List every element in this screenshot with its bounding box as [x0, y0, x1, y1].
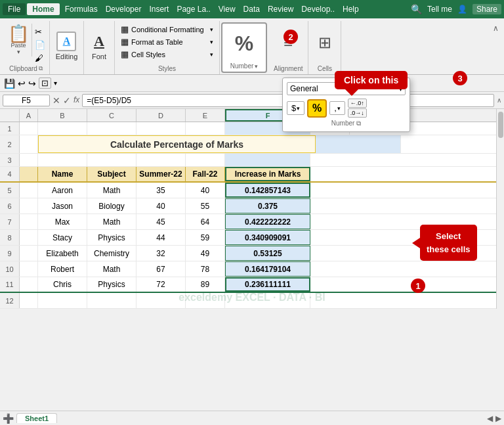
row-num-12[interactable]: 12 — [0, 293, 20, 308]
row-num-11[interactable]: 11 — [0, 277, 20, 292]
cell-a4[interactable] — [20, 167, 38, 181]
cell-a9[interactable] — [20, 246, 38, 261]
sheet-nav-prev[interactable]: ◀ — [487, 414, 493, 423]
menu-item-developer2[interactable]: Develop.. — [297, 3, 339, 15]
cell-a6[interactable] — [20, 198, 38, 213]
number-group[interactable]: % Number ▾ — [221, 22, 267, 73]
cell-b5[interactable]: Aaron — [38, 183, 87, 198]
cell-b11[interactable]: Chris — [38, 277, 87, 292]
cell-f3[interactable] — [225, 154, 310, 166]
cells-button[interactable]: ⊞ — [316, 21, 334, 64]
menu-item-developer[interactable]: Developer — [102, 3, 146, 15]
header-increase[interactable]: Increase in Marks — [225, 167, 310, 181]
cell-e10[interactable]: 78 — [186, 261, 225, 277]
cell-g8[interactable] — [310, 230, 350, 245]
cell-d5[interactable]: 35 — [136, 183, 186, 198]
cell-c3[interactable] — [87, 154, 136, 166]
cell-d3[interactable] — [136, 154, 186, 166]
cell-e9[interactable]: 49 — [186, 246, 225, 261]
cell-f8[interactable]: 0.340909091 — [225, 230, 310, 245]
col-header-b[interactable]: B — [38, 109, 87, 122]
editing-button[interactable]: A Editing — [54, 21, 79, 71]
scrollbar-thumb[interactable] — [498, 112, 503, 138]
cell-a8[interactable] — [20, 230, 38, 245]
header-name[interactable]: Name — [38, 167, 87, 181]
cell-d7[interactable]: 45 — [136, 214, 186, 229]
cell-reference-box[interactable]: F5 — [3, 95, 50, 106]
vertical-scrollbar[interactable] — [496, 109, 504, 309]
cell-e5[interactable]: 40 — [186, 183, 225, 198]
cell-b12[interactable] — [38, 293, 87, 308]
cell-a11[interactable] — [20, 277, 38, 292]
cell-a12[interactable] — [20, 293, 38, 308]
format-as-table-button[interactable]: ▦ Format as Table ▾ — [119, 36, 215, 47]
redo-icon[interactable]: ↪ — [28, 78, 36, 89]
col-header-e[interactable]: E — [186, 109, 225, 122]
cell-b10[interactable]: Robert — [38, 261, 87, 277]
share-button[interactable]: Share — [472, 4, 501, 14]
cell-c6[interactable]: Biology — [87, 198, 136, 213]
qat-expand[interactable]: ▾ — [54, 79, 57, 87]
cell-g5[interactable] — [310, 183, 350, 198]
menu-item-home[interactable]: Home — [27, 3, 59, 15]
cell-f10[interactable]: 0.164179104 — [225, 261, 310, 277]
cell-styles-button[interactable]: ▦ Cell Styles ▾ — [119, 49, 215, 60]
cell-d10[interactable]: 67 — [136, 261, 186, 277]
cell-e8[interactable]: 59 — [186, 230, 225, 245]
cell-c7[interactable]: Math — [87, 214, 136, 229]
cell-b8[interactable]: Stacy — [38, 230, 87, 245]
sheet-tab-active[interactable]: Sheet1 — [16, 413, 57, 423]
cell-a10[interactable] — [20, 261, 38, 277]
title-cell[interactable]: Calculate Percentage of Marks — [38, 135, 316, 153]
row-num-4[interactable]: 4 — [0, 167, 20, 181]
row-num-3[interactable]: 3 — [0, 154, 20, 166]
cell-g7[interactable] — [310, 214, 350, 229]
menu-item-help[interactable]: Help — [339, 3, 363, 15]
cell-a2[interactable] — [20, 135, 38, 153]
cell-a5[interactable] — [20, 183, 38, 198]
cell-g3[interactable] — [310, 154, 350, 166]
cell-a7[interactable] — [20, 214, 38, 229]
cell-b9[interactable]: Elizabeth — [38, 246, 87, 261]
cell-d8[interactable]: 44 — [136, 230, 186, 245]
sheet-nav-next[interactable]: ▶ — [495, 414, 501, 423]
menu-item-view[interactable]: View — [215, 3, 240, 15]
cell-c12[interactable] — [87, 293, 136, 308]
row-num-7[interactable]: 7 — [0, 214, 20, 229]
cell-f7[interactable]: 0.422222222 — [225, 214, 310, 229]
cell-b3[interactable] — [38, 154, 87, 166]
add-sheet-button[interactable]: ➕ — [3, 413, 14, 424]
cell-g12[interactable] — [310, 293, 350, 308]
insert-function-icon[interactable]: fx — [74, 95, 79, 106]
cell-e7[interactable]: 64 — [186, 214, 225, 229]
cancel-formula-icon[interactable]: ✕ — [52, 95, 60, 106]
undo-icon[interactable]: ↩ — [18, 78, 26, 89]
paste-button[interactable]: 📋 Paste ▾ — [5, 24, 32, 56]
cell-d6[interactable]: 40 — [136, 198, 186, 213]
cut-button[interactable]: ✂ — [33, 26, 47, 37]
cell-g2[interactable] — [401, 135, 440, 153]
cell-f6[interactable]: 0.375 — [225, 198, 310, 213]
cell-g6[interactable] — [310, 198, 350, 213]
menu-item-data[interactable]: Data — [240, 3, 264, 15]
cell-d1[interactable] — [136, 122, 186, 135]
save-icon[interactable]: 💾 — [4, 78, 15, 89]
menu-item-insert[interactable]: Insert — [145, 3, 173, 15]
cell-f9[interactable]: 0.53125 — [225, 246, 310, 261]
row-num-1[interactable]: 1 — [0, 122, 20, 135]
cell-g4[interactable] — [310, 167, 350, 181]
cell-e3[interactable] — [186, 154, 225, 166]
cell-b6[interactable]: Jason — [38, 198, 87, 213]
cell-f12[interactable] — [225, 293, 310, 308]
row-num-5[interactable]: 5 — [0, 183, 20, 198]
clipboard-expand[interactable]: ⧉ — [39, 65, 43, 72]
cell-e1[interactable] — [186, 122, 225, 135]
formula-expand-icon[interactable]: ∧ — [497, 97, 501, 104]
cell-g9[interactable] — [310, 246, 350, 261]
comma-button[interactable]: , ▾ — [329, 101, 345, 115]
menu-item-formulas[interactable]: Formulas — [61, 3, 102, 15]
percent-yellow-button[interactable]: % — [307, 99, 327, 118]
cell-d12[interactable] — [136, 293, 186, 308]
ribbon-expand-button[interactable]: ∧ — [490, 21, 501, 35]
cell-a1[interactable] — [20, 122, 38, 135]
